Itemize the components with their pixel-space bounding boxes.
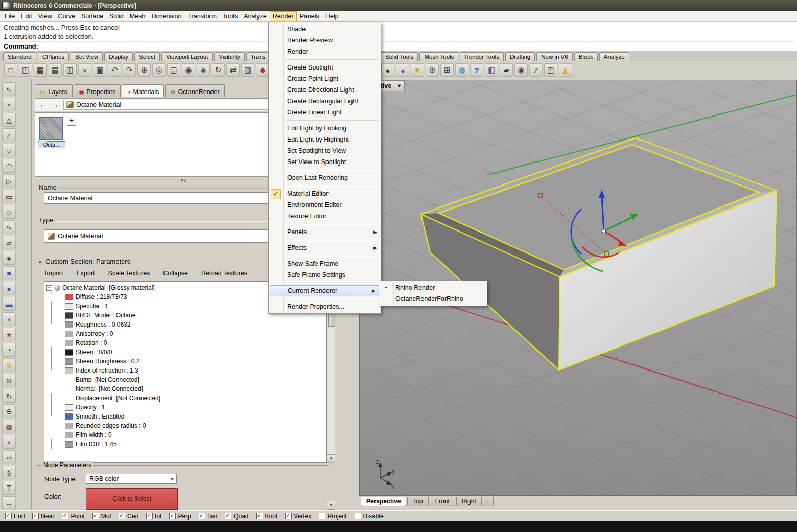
render-menu-item[interactable]: Create Spotlight [269,62,381,73]
osnap-toggle[interactable]: End [5,513,25,520]
panel-tab[interactable]: ▤ Layers [35,84,73,97]
collapse-node-icon[interactable] [46,285,52,291]
rotate-view-icon[interactable]: ↻ [212,63,225,77]
spring-icon[interactable]: § [2,466,16,479]
add-material-button[interactable]: + [67,117,76,126]
car-export-icon[interactable]: ◆ [256,63,269,77]
menu-bar-item[interactable]: File [2,11,18,21]
tree-item[interactable]: Roughness : 0.0632 [52,320,326,329]
osnap-toggle[interactable]: Disable [355,513,384,520]
viewport-menu-arrow-icon[interactable] [397,83,402,88]
render-menu-item[interactable]: Edit Light by Looking [269,123,381,134]
render-menu-item[interactable]: Set View to Spotlight [269,156,381,168]
redo-icon[interactable]: ↷ [123,63,136,77]
osnap-checkbox[interactable] [199,513,205,519]
box-edit-icon[interactable]: ◧ [485,63,498,77]
menu-bar-item[interactable]: Curve [55,11,78,21]
menu-bar-item[interactable]: Surface [78,11,106,21]
toolbar-tab[interactable]: Visibility [214,52,244,61]
menu-bar-item[interactable]: Panels [297,11,322,21]
osnap-toggle[interactable]: Quad [225,513,248,520]
render-menu-item[interactable]: Show Safe Frame [269,258,381,269]
osnap-checkbox[interactable] [319,513,325,519]
tree-item[interactable]: Sheen Roughness : 0.2 [52,357,326,366]
help-icon[interactable]: ? [470,63,483,77]
tree-item[interactable]: Index of refraction : 1.3 [52,366,326,375]
polyline-icon[interactable]: △ [2,113,16,127]
circle-icon[interactable]: ○ [2,144,16,157]
boolean-icon[interactable]: ★ [2,328,16,341]
toolbar-tab[interactable]: Set View [71,52,103,61]
lightning-icon[interactable]: ↯ [2,358,16,372]
tree-item[interactable]: Sheen : 0/0/0 [52,348,326,357]
menu-bar-item[interactable]: Help [322,11,342,21]
toolbar-tab[interactable]: New in V6 [536,52,572,61]
toolbar-tab[interactable]: Standard [3,52,36,61]
torus-icon[interactable]: ◖ [2,312,16,326]
toolbar-tab[interactable]: CPlanes [38,52,69,61]
axes-widget-icon[interactable]: ⊞ [440,63,454,77]
command-area[interactable]: Creating meshes... Press Esc to cancel 1… [0,22,797,51]
zoom-selected-icon[interactable]: ◉ [182,63,195,77]
render-menu-item[interactable]: Panels [269,226,381,238]
menu-bar-item[interactable]: Edit [18,11,35,21]
osnap-toggle[interactable]: Perp [169,513,191,520]
osnap-toggle[interactable]: Cen [119,513,138,520]
renderer-option[interactable]: Rhino Render [379,282,487,293]
spiral-icon[interactable]: ∾ [2,450,16,464]
osnap-toggle[interactable]: Mid [92,513,111,520]
osnap-toggle[interactable]: Vertex [285,513,311,520]
tree-item[interactable]: Opacity : 1 [52,403,326,412]
line-icon[interactable]: ∕ [2,128,16,142]
tree-item[interactable]: Anisotropy : 0 [52,329,326,338]
tree-item[interactable]: Bump [Not Connected] [52,375,326,384]
cut-icon[interactable]: × [78,63,91,77]
scroll-down-icon[interactable] [327,454,335,462]
osnap-checkbox[interactable] [169,513,176,519]
render-menu-item[interactable]: Render Properties... [269,301,381,312]
panel-tab[interactable]: ◑ Materials [122,84,164,97]
node-type-dropdown[interactable]: RGB color [86,474,177,484]
print-icon[interactable]: ▤ [49,63,62,77]
menu-bar-item[interactable]: Solid [106,11,127,21]
menu-bar-item[interactable]: Render [270,11,297,21]
menu-bar-item[interactable]: Dimension [148,11,184,21]
tree-item[interactable]: Film IOR : 1.45 [52,440,326,449]
render-menu-item[interactable]: Set Spotlight to View [269,145,381,156]
render-menu-item[interactable]: Render Preview [269,35,381,46]
open-file-icon[interactable]: ◰ [19,63,32,77]
render-menu-item[interactable]: Material Editor [269,188,381,199]
save-icon[interactable]: ▦ [34,63,47,77]
toolbar-tab[interactable]: Mesh Tools [419,52,458,61]
spotlight-icon[interactable]: ◭ [559,63,572,77]
custom-section-header[interactable]: Custom Section: Parameters [38,258,130,265]
tree-item[interactable]: Film width : 0 [52,430,326,440]
fillet-icon[interactable]: ◔ [2,343,16,357]
toolbar-tab[interactable]: Drafting [505,52,535,61]
render-menu-item[interactable]: Safe Frame Settings [269,269,381,281]
plane-icon[interactable]: ▱ [2,236,16,249]
menu-bar-item[interactable]: Mesh [127,11,149,21]
viewport-tab[interactable]: Right [456,497,482,506]
dropdown-arrow-icon[interactable] [168,474,176,483]
new-file-icon[interactable]: □ [4,63,17,77]
box-icon[interactable]: ■ [2,266,16,280]
tree-item[interactable]: Normal [Not Connected] [52,384,326,394]
rectangle-icon[interactable]: ▭ [2,190,16,203]
render-menu-item[interactable]: Create Point Light [269,73,381,84]
toolbar-tab[interactable]: Render Tools [460,52,504,61]
globe-icon[interactable]: ◍ [455,63,468,77]
osnap-toggle[interactable]: Near [32,513,54,520]
material-drop-icon[interactable]: ◗ [2,435,16,449]
gumball-toggle-icon[interactable]: ◳ [544,63,557,77]
viewport-tab[interactable]: Perspective [361,497,406,506]
cylinder-icon[interactable]: ▬ [2,297,16,311]
toolbar-tab[interactable]: Block [574,52,598,61]
osnap-checkbox[interactable] [62,513,68,519]
parameter-button[interactable]: Export [76,270,95,277]
zoom-window-icon[interactable]: ◱ [167,63,180,77]
parameter-button[interactable]: Scale Textures [108,270,150,277]
zoom-z-icon[interactable]: Z [529,63,543,77]
osnap-checkbox[interactable] [32,513,39,519]
render-menu-item[interactable]: Render [269,46,381,57]
